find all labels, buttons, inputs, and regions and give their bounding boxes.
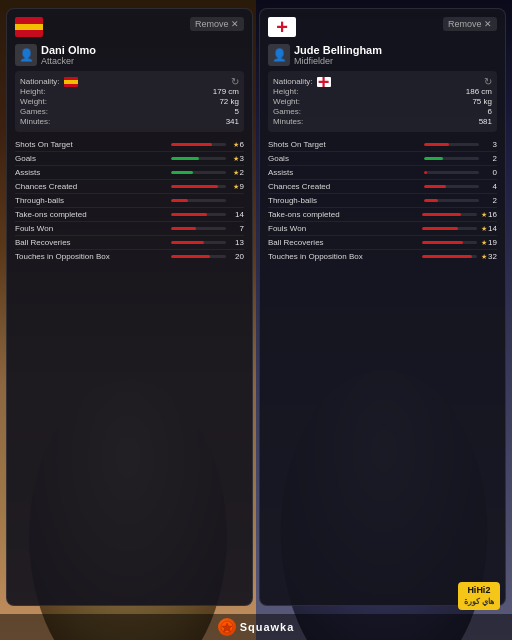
nationality-label-right: Nationality:: [273, 77, 313, 86]
perf-stat-value: 13: [230, 238, 244, 247]
perf-stat-row: Take-ons completed14: [15, 208, 244, 222]
perf-stat-row: Through-balls2: [268, 194, 497, 208]
perf-stat-label: Ball Recoveries: [268, 238, 418, 247]
perf-bar-fill: [424, 157, 443, 160]
perf-stat-label: Assists: [15, 168, 167, 177]
height-value-right: 186 cm: [466, 87, 492, 96]
perf-stat-label: Touches in Opposition Box: [15, 252, 167, 261]
perf-bar-fill: [171, 255, 210, 258]
perf-bar-container: [171, 213, 226, 216]
perf-stat-value: ★9: [230, 182, 244, 191]
perf-stat-value: ★6: [230, 140, 244, 149]
perf-bar-fill: [424, 185, 446, 188]
minutes-value-left: 341: [226, 117, 239, 126]
perf-stat-row: Assists0: [268, 166, 497, 180]
perf-bar-fill: [424, 199, 438, 202]
perf-bar-container: [424, 171, 479, 174]
perf-bar-fill: [424, 143, 449, 146]
perf-bar-container: [424, 199, 479, 202]
perf-stat-row: Touches in Opposition Box★32: [268, 250, 497, 263]
perf-bar-container: [424, 157, 479, 160]
perf-bar-container: [171, 171, 226, 174]
player-name-right: Jude Bellingham: [294, 44, 382, 56]
perf-stat-row: Assists★2: [15, 166, 244, 180]
perf-bar-container: [424, 143, 479, 146]
player-info-top-left: 👤 Dani Olmo Attacker: [15, 44, 244, 66]
perf-bar-container: [422, 255, 477, 258]
star-icon: ★: [481, 239, 487, 246]
perf-stat-value: 4: [483, 182, 497, 191]
star-icon: ★: [233, 169, 239, 176]
card-header-right: Remove ✕: [268, 17, 497, 37]
squawka-ball-icon: [218, 618, 236, 636]
height-row-right: Height: 186 cm: [273, 87, 492, 96]
star-icon: ★: [481, 253, 487, 260]
perf-stat-label: Shots On Target: [268, 140, 420, 149]
perf-bar-container: [171, 255, 226, 258]
perf-stat-label: Take-ons completed: [15, 210, 167, 219]
perf-bar-container: [171, 157, 226, 160]
player-name-block-left: Dani Olmo Attacker: [41, 44, 96, 66]
main-container: Remove ✕ 👤 Dani Olmo Attacker Nationalit…: [0, 0, 512, 640]
perf-stat-label: Assists: [268, 168, 420, 177]
perf-stat-value: ★14: [481, 224, 497, 233]
perf-bar-fill: [171, 143, 212, 146]
remove-label-left: Remove ✕: [195, 19, 239, 29]
games-row-left: Games: 5: [20, 107, 239, 116]
perf-stat-label: Chances Created: [268, 182, 420, 191]
remove-button-left[interactable]: Remove ✕: [190, 17, 244, 31]
perf-stat-value: 2: [483, 196, 497, 205]
perf-bar-container: [171, 241, 226, 244]
hihi-arabic-label: هاي كورة: [464, 597, 494, 607]
star-icon: ★: [481, 211, 487, 218]
nationality-row-left: Nationality: ↻: [20, 76, 239, 87]
perf-bar-fill: [171, 185, 218, 188]
perf-stat-label: Fouls Won: [268, 224, 418, 233]
player-position-right: Midfielder: [294, 56, 382, 66]
height-value-left: 179 cm: [213, 87, 239, 96]
perf-stat-label: Through-balls: [15, 196, 167, 205]
perf-stat-row: Shots On Target3: [268, 138, 497, 152]
perf-bar-fill: [422, 213, 461, 216]
perf-stat-row: Chances Created4: [268, 180, 497, 194]
remove-button-right[interactable]: Remove ✕: [443, 17, 497, 31]
refresh-icon-left[interactable]: ↻: [231, 76, 239, 87]
refresh-icon-right[interactable]: ↻: [484, 76, 492, 87]
weight-row-left: Weight: 72 kg: [20, 97, 239, 106]
player-thumbnail-left: 👤: [15, 44, 37, 66]
player-bio-right: Nationality: + ↻ Height: 186 cm Weight: …: [268, 71, 497, 132]
perf-stat-row: Fouls Won7: [15, 222, 244, 236]
perf-bar-container: [171, 227, 226, 230]
star-icon: ★: [233, 183, 239, 190]
perf-stat-value: 3: [483, 140, 497, 149]
perf-bar-container: [422, 241, 477, 244]
nationality-row-right: Nationality: + ↻: [273, 76, 492, 87]
perf-stat-value: ★2: [230, 168, 244, 177]
perf-stat-row: Take-ons completed★16: [268, 208, 497, 222]
perf-bar-fill: [424, 171, 427, 174]
perf-stats-right: Shots On Target3Goals2Assists0Chances Cr…: [268, 138, 497, 263]
player-thumbnail-right: 👤: [268, 44, 290, 66]
star-icon: ★: [481, 225, 487, 232]
perf-stat-label: Goals: [268, 154, 420, 163]
player-name-left: Dani Olmo: [41, 44, 96, 56]
flag-spain: [15, 17, 43, 37]
perf-stat-label: Fouls Won: [15, 224, 167, 233]
perf-stat-row: Goals★3: [15, 152, 244, 166]
squawka-logo: Squawka: [218, 618, 295, 636]
player-card-bellingham: Remove ✕ 👤 Jude Bellingham Midfielder Na…: [259, 8, 506, 606]
weight-value-left: 72 kg: [219, 97, 239, 106]
star-icon: ★: [233, 155, 239, 162]
perf-stat-value: 2: [483, 154, 497, 163]
player-position-left: Attacker: [41, 56, 96, 66]
games-row-right: Games: 6: [273, 107, 492, 116]
perf-stat-value: ★3: [230, 154, 244, 163]
perf-bar-container: [171, 143, 226, 146]
perf-bar-container: [422, 213, 477, 216]
perf-bar-fill: [422, 241, 463, 244]
height-row-left: Height: 179 cm: [20, 87, 239, 96]
perf-stat-row: Touches in Opposition Box20: [15, 250, 244, 263]
perf-stat-label: Shots On Target: [15, 140, 167, 149]
flag-england: [268, 17, 296, 37]
weight-row-right: Weight: 75 kg: [273, 97, 492, 106]
